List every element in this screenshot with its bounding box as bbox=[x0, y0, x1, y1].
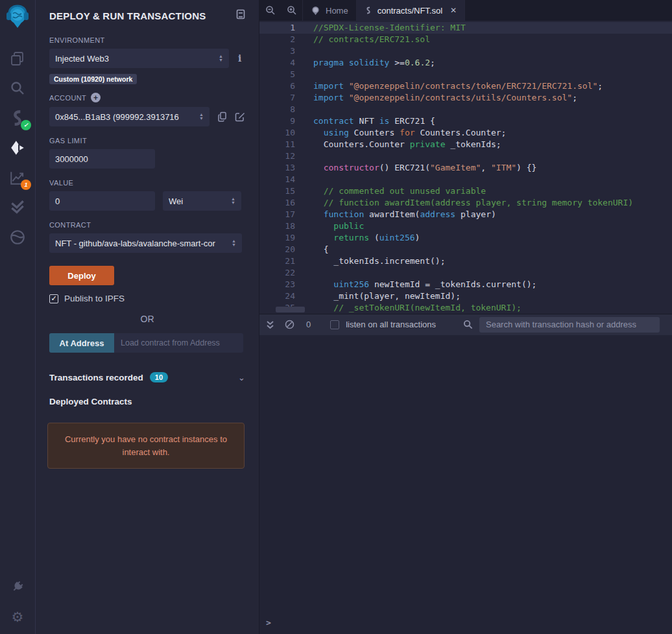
code-text: Counters.Counter private _tokenIds; bbox=[295, 139, 501, 150]
line-number: 5 bbox=[259, 69, 295, 80]
deploy-button[interactable]: Deploy bbox=[49, 266, 114, 285]
close-tab-icon[interactable]: ✕ bbox=[450, 6, 457, 15]
code-line-13[interactable]: 13 constructor() ERC721("GameItem", "ITM… bbox=[259, 162, 672, 174]
collapse-terminal-icon[interactable] bbox=[266, 320, 274, 329]
clear-console-icon[interactable] bbox=[285, 320, 294, 329]
code-line-3[interactable]: 3 bbox=[259, 45, 672, 57]
code-line-11[interactable]: 11 Counters.Counter private _tokenIds; bbox=[259, 139, 672, 150]
terminal-search-wrap bbox=[479, 317, 660, 333]
code-line-17[interactable]: 17 function awardItem(address player) bbox=[259, 209, 672, 220]
code-line-7[interactable]: 7import "@openzeppelin/contracts/utils/C… bbox=[259, 92, 672, 104]
value-unit-select[interactable]: Wei ▲▼ bbox=[163, 191, 241, 211]
terminal-output[interactable]: > bbox=[259, 335, 672, 634]
zoom-in-icon[interactable] bbox=[281, 0, 302, 21]
unit-testing-icon[interactable] bbox=[8, 198, 27, 217]
code-line-10[interactable]: 10 using Counters for Counters.Counter; bbox=[259, 127, 672, 139]
code-text: import "@openzeppelin/contracts/token/ER… bbox=[295, 80, 603, 92]
line-number: 22 bbox=[259, 267, 295, 279]
code-text: { bbox=[295, 244, 328, 255]
code-line-2[interactable]: 2// contracts/ERC721.sol bbox=[259, 34, 672, 45]
edit-account-icon[interactable] bbox=[235, 112, 245, 122]
line-number: 19 bbox=[259, 232, 295, 244]
code-text: public bbox=[295, 220, 364, 232]
code-text: //SPDX-License-Identifier: MIT bbox=[295, 22, 466, 34]
code-line-14[interactable]: 14 bbox=[259, 174, 672, 185]
line-number: 9 bbox=[259, 115, 295, 127]
code-line-23[interactable]: 23 uint256 newItemId = _tokenIds.current… bbox=[259, 279, 672, 290]
code-text: // _setTokenURI(newItemId, tokenURI); bbox=[295, 302, 522, 314]
remix-logo-icon[interactable] bbox=[6, 5, 29, 32]
at-address-button[interactable]: At Address bbox=[49, 333, 114, 353]
code-line-4[interactable]: 4pragma solidity >=0.6.2; bbox=[259, 57, 672, 69]
code-text: _tokenIds.increment(); bbox=[295, 255, 446, 267]
analysis-count-badge: 1 bbox=[21, 180, 31, 190]
zoom-out-icon[interactable] bbox=[259, 0, 281, 21]
environment-info-icon[interactable]: i bbox=[238, 53, 241, 64]
code-text bbox=[295, 174, 313, 185]
line-number: 20 bbox=[259, 244, 295, 255]
editor-tabbar: Home contracts/NFT.sol ✕ bbox=[259, 0, 672, 21]
transactions-chevron-icon[interactable]: ⌄ bbox=[238, 373, 245, 382]
search-icon[interactable] bbox=[8, 78, 27, 98]
code-line-22[interactable]: 22 bbox=[259, 267, 672, 279]
check-icon: ✓ bbox=[51, 294, 56, 303]
code-line-9[interactable]: 9contract NFT is ERC721 { bbox=[259, 115, 672, 127]
copy-account-icon[interactable] bbox=[217, 112, 227, 122]
select-arrows-icon: ▲▼ bbox=[231, 197, 235, 205]
contract-label: CONTRACT bbox=[49, 221, 245, 229]
editor-hscrollbar-thumb[interactable] bbox=[276, 307, 305, 312]
line-number: 7 bbox=[259, 92, 295, 104]
line-number: 14 bbox=[259, 174, 295, 185]
code-line-15[interactable]: 15 // commented out unused variable bbox=[259, 185, 672, 197]
debugger-icon[interactable] bbox=[8, 228, 27, 247]
compiler-success-badge: ✓ bbox=[21, 120, 31, 130]
line-number: 2 bbox=[259, 34, 295, 45]
code-line-5[interactable]: 5 bbox=[259, 69, 672, 80]
line-number: 15 bbox=[259, 185, 295, 197]
code-editor[interactable]: 1//SPDX-License-Identifier: MIT2// contr… bbox=[259, 21, 672, 314]
code-line-20[interactable]: 20 { bbox=[259, 244, 672, 255]
code-line-24[interactable]: 24 _mint(player, newItemId); bbox=[259, 290, 672, 302]
code-text: contract NFT is ERC721 { bbox=[295, 115, 435, 127]
no-instances-message: Currently you have no contract instances… bbox=[47, 423, 245, 469]
line-number: 1 bbox=[259, 22, 295, 34]
code-line-12[interactable]: 12 bbox=[259, 150, 672, 162]
code-line-1[interactable]: 1//SPDX-License-Identifier: MIT bbox=[259, 22, 672, 34]
plugin-manager-icon[interactable] bbox=[8, 577, 27, 596]
remix-ide-window: ✓ 1 bbox=[0, 0, 672, 634]
line-number: 16 bbox=[259, 197, 295, 209]
account-select[interactable]: 0x845...B1aB3 (999992.3913716 ▲▼ bbox=[49, 107, 210, 126]
terminal-search-input[interactable] bbox=[486, 320, 653, 329]
environment-select[interactable]: Injected Web3 ▲▼ bbox=[49, 49, 229, 68]
value-label: VALUE bbox=[49, 179, 245, 187]
code-line-16[interactable]: 16 // function awardItem(address player,… bbox=[259, 197, 672, 209]
code-line-21[interactable]: 21 _tokenIds.increment(); bbox=[259, 255, 672, 267]
contract-select[interactable]: NFT - github/ava-labs/avalanche-smart-co… bbox=[49, 233, 242, 253]
add-account-icon[interactable]: + bbox=[91, 93, 101, 102]
code-text: uint256 newItemId = _tokenIds.current(); bbox=[295, 279, 536, 290]
listen-transactions-checkbox[interactable] bbox=[330, 320, 339, 329]
tab-home[interactable]: Home bbox=[302, 0, 357, 21]
select-arrows-icon: ▲▼ bbox=[219, 54, 223, 62]
pending-tx-count: 0 bbox=[306, 320, 311, 329]
at-address-input[interactable] bbox=[121, 338, 237, 347]
code-line-19[interactable]: 19 returns (uint256) bbox=[259, 232, 672, 244]
static-analysis-icon[interactable]: 1 bbox=[8, 168, 27, 187]
code-text: constructor() ERC721("GameItem", "ITM") … bbox=[295, 162, 536, 174]
code-line-18[interactable]: 18 public bbox=[259, 220, 672, 232]
documentation-icon[interactable] bbox=[236, 9, 245, 22]
icon-sidebar: ✓ 1 bbox=[0, 0, 36, 634]
code-line-6[interactable]: 6import "@openzeppelin/contracts/token/E… bbox=[259, 80, 672, 92]
code-line-8[interactable]: 8 bbox=[259, 104, 672, 115]
transactions-count-badge: 10 bbox=[150, 372, 168, 382]
gas-limit-input[interactable] bbox=[55, 154, 149, 164]
tab-nft-sol[interactable]: contracts/NFT.sol ✕ bbox=[357, 0, 465, 21]
file-explorer-icon[interactable] bbox=[8, 49, 27, 68]
deploy-run-icon[interactable] bbox=[8, 138, 27, 158]
solidity-compiler-icon[interactable]: ✓ bbox=[8, 108, 27, 128]
code-line-25[interactable]: 25 // _setTokenURI(newItemId, tokenURI); bbox=[259, 302, 672, 314]
settings-icon[interactable]: ⚙ bbox=[8, 607, 27, 626]
value-input[interactable] bbox=[55, 196, 149, 206]
publish-ipfs-checkbox[interactable]: ✓ bbox=[49, 294, 58, 303]
line-number: 4 bbox=[259, 57, 295, 69]
